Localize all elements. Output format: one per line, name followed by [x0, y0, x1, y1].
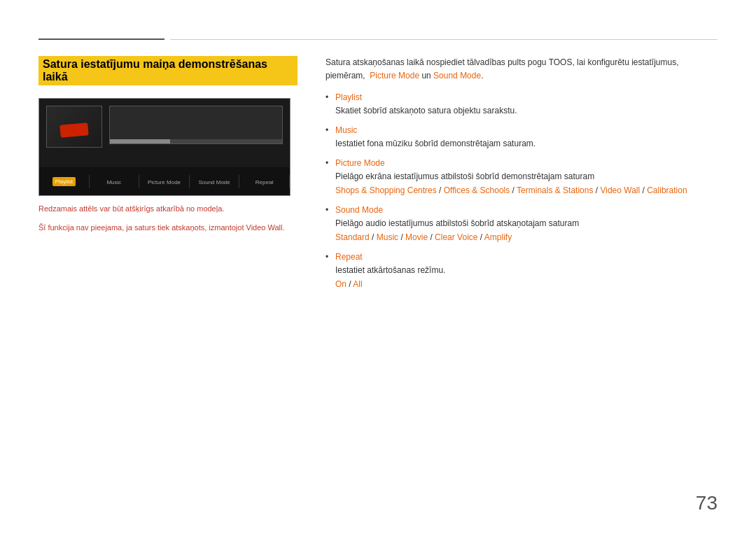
- sub-links-picture: Shops & Shopping Centres / Offices & Sch…: [335, 184, 718, 197]
- nav-item-music[interactable]: Music: [90, 175, 140, 188]
- top-rule-left: [38, 38, 164, 40]
- bullet-list: Playlist Skatiet šobrīd atskaņoto satura…: [326, 91, 718, 290]
- desc-picture-mode: Pielāgo ekrāna iestatījumus atbilstoši š…: [335, 170, 718, 183]
- link-sound-mode[interactable]: Sound Mode: [433, 71, 481, 80]
- page-container: Satura iestatījumu maiņa demonstrēšanas …: [0, 0, 756, 534]
- link-on[interactable]: On: [335, 279, 346, 289]
- top-rule-right: [170, 39, 718, 40]
- link-calibration[interactable]: Calibration: [647, 185, 687, 195]
- sub-links-repeat: On / All: [335, 278, 718, 290]
- list-item-music: Music Iestatiet fona mūziku šobrīd demon…: [326, 124, 718, 150]
- link-music[interactable]: Music: [377, 232, 398, 242]
- intro-text: Satura atskaņošanas laikā nospiediet tāl…: [326, 56, 718, 83]
- desc-music: Iestatiet fona mūziku šobrīd demonstrēta…: [335, 137, 718, 150]
- link-offices[interactable]: Offices & Schools: [444, 185, 510, 195]
- right-column: Satura atskaņošanas laikā nospiediet tāl…: [326, 56, 718, 297]
- list-item-picture-mode: Picture Mode Pielāgo ekrāna iestatījumus…: [326, 157, 718, 197]
- link-shops[interactable]: Shops & Shopping Centres: [335, 185, 437, 195]
- term-picture-mode: Picture Mode: [335, 157, 718, 169]
- term-repeat: Repeat: [335, 251, 718, 263]
- nav-picture-label: Picture Mode: [141, 179, 188, 185]
- nav-repeat-label: Repeat: [241, 179, 288, 185]
- page-number: 73: [696, 492, 718, 514]
- list-item-playlist: Playlist Skatiet šobrīd atskaņoto satura…: [326, 91, 718, 117]
- note1: Redzamais attēls var būt atšķirīgs atkar…: [38, 203, 298, 215]
- nav-music-label: Music: [91, 179, 138, 185]
- player-thumbnail-inner: [47, 106, 102, 147]
- top-rule: [38, 38, 718, 40]
- nav-item-repeat[interactable]: Repeat: [239, 175, 290, 188]
- link-video-wall[interactable]: Video Wall: [600, 185, 640, 195]
- link-standard[interactable]: Standard: [335, 232, 370, 242]
- left-column: Satura iestatījumu maiņa demonstrēšanas …: [38, 56, 298, 297]
- term-sound-mode: Sound Mode: [335, 204, 718, 216]
- term-playlist: Playlist: [335, 91, 718, 104]
- desc-sound-mode: Pielāgo audio iestatījumus atbilstoši šo…: [335, 217, 718, 230]
- link-clear-voice[interactable]: Clear Voice: [435, 232, 477, 242]
- player-progress-bar: [110, 139, 282, 143]
- list-item-repeat: Repeat Iestatiet atkārtošanas režīmu. On…: [326, 251, 718, 290]
- link-movie[interactable]: Movie: [405, 232, 428, 242]
- link-picture-mode[interactable]: Picture Mode: [370, 71, 419, 80]
- player-bottom-nav: Playlist Music Picture Mode Sound Mode R…: [39, 167, 290, 195]
- link-amplify[interactable]: Amplify: [484, 232, 512, 242]
- desc-playlist: Skatiet šobrīd atskaņoto satura objektu …: [335, 104, 718, 117]
- sub-links-sound: Standard / Music / Movie / Clear Voice /…: [335, 231, 718, 244]
- link-terminals[interactable]: Terminals & Stations: [517, 185, 593, 195]
- player-red-blob: [59, 122, 88, 137]
- nav-item-playlist[interactable]: Playlist: [39, 175, 90, 188]
- section-title: Satura iestatījumu maiņa demonstrēšanas …: [38, 56, 298, 85]
- term-music: Music: [335, 124, 718, 136]
- nav-sound-label: Sound Mode: [191, 179, 238, 185]
- desc-repeat: Iestatiet atkārtošanas režīmu.: [335, 264, 718, 276]
- player-progress-fill: [110, 139, 170, 143]
- player-mockup: Playlist Music Picture Mode Sound Mode R…: [38, 98, 290, 196]
- list-item-sound-mode: Sound Mode Pielāgo audio iestatījumus at…: [326, 204, 718, 244]
- note2: Šī funkcija nav pieejama, ja saturs tiek…: [38, 222, 298, 234]
- nav-item-sound-mode[interactable]: Sound Mode: [190, 175, 240, 188]
- player-controls-area: [109, 106, 283, 144]
- content-area: Satura iestatījumu maiņa demonstrēšanas …: [38, 56, 718, 297]
- link-all[interactable]: All: [353, 279, 362, 289]
- nav-playlist-label: Playlist: [52, 177, 76, 186]
- player-thumbnail: [46, 106, 102, 148]
- nav-item-picture-mode[interactable]: Picture Mode: [139, 175, 190, 188]
